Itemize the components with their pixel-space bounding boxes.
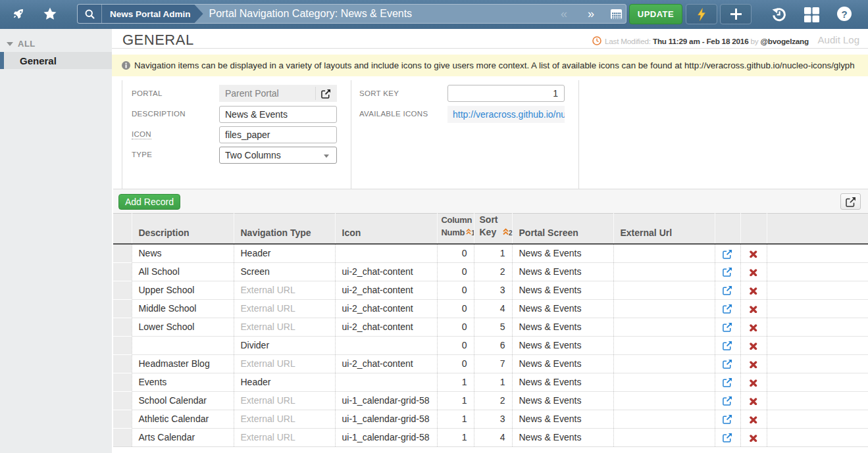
svg-text:?: ? — [841, 9, 847, 20]
